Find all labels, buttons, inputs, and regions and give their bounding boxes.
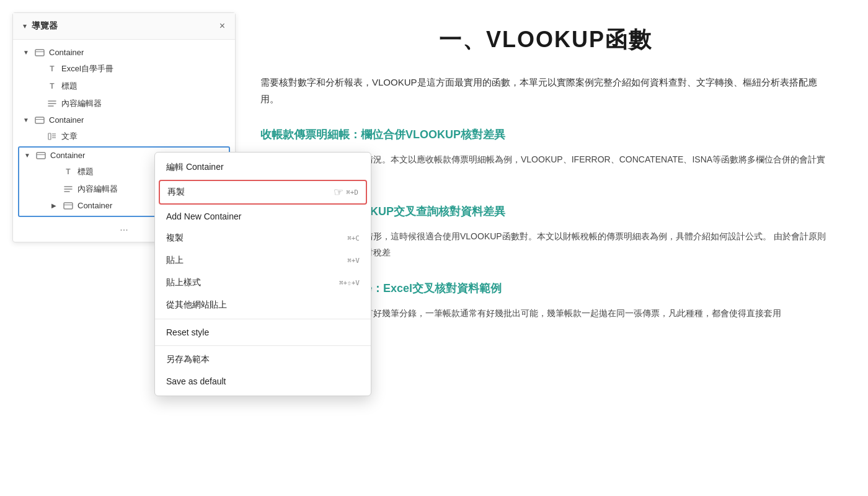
tree-item-container-2[interactable]: ▼ Container [13, 112, 235, 128]
menu-label-save-default: Save as default [166, 376, 226, 386]
svg-rect-7 [48, 133, 51, 140]
menu-label-add-new-container: Add New Container [166, 211, 241, 221]
tree-label-container-1: Container [49, 48, 84, 57]
context-menu: 編輯 Container 再製 ☞ ⌘+D Add New Container … [154, 152, 371, 396]
sidebar-close-button[interactable]: × [219, 21, 225, 31]
svg-rect-11 [37, 153, 45, 159]
text-icon-1: T [46, 64, 58, 73]
tree-item-editor-1[interactable]: ▶ 內容編輯器 [13, 95, 235, 112]
tree-label-heading-1: 標題 [61, 81, 78, 92]
menu-item-add-new-container[interactable]: Add New Container [155, 206, 371, 227]
intro-text: 需要核對數字和分析報表，VLOOKUP是這方面最實用的函數，本單元以實際案例完整… [260, 74, 831, 107]
menu-label-edit-container: 編輯 Container [166, 162, 224, 173]
menu-item-edit-container[interactable]: 編輯 Container [155, 156, 371, 179]
section-title-1: 收帳款傳票明細帳：欄位合併VLOOKUP核對差異 [260, 126, 831, 144]
tree-label-editor-1: 內容編輯器 [61, 98, 102, 109]
menu-divider-1 [155, 319, 371, 319]
shortcut-text-duplicate: ⌘+D [346, 188, 358, 197]
menu-item-paste-other[interactable]: 從其他網站貼上 [155, 294, 371, 316]
tree-label-container-2: Container [49, 115, 84, 125]
menu-label-duplicate: 再製 [167, 187, 185, 198]
article-icon [46, 133, 58, 140]
tree-arrow-child: ▶ [51, 202, 59, 209]
editor-icon-1 [46, 100, 58, 107]
tree-label-article: 文章 [61, 131, 78, 142]
menu-shortcut-paste: ⌘+V [347, 257, 360, 265]
svg-rect-16 [64, 203, 73, 209]
menu-item-paste-style[interactable]: 貼上樣式 ⌘+⇧+V [155, 272, 371, 294]
container-icon-child [63, 202, 74, 210]
sidebar-dropdown-icon[interactable]: ▾ [23, 22, 27, 30]
menu-shortcut-duplicate: ☞ ⌘+D [330, 185, 358, 199]
tree-item-container-1[interactable]: ▼ Container [13, 45, 235, 60]
menu-item-reset-style[interactable]: Reset style [155, 322, 371, 343]
sidebar-header: ▾ 導覽器 × [13, 13, 235, 40]
container-icon-selected [35, 152, 46, 159]
sidebar-title: 導覽器 [32, 20, 58, 32]
cursor-hand-icon: ☞ [334, 185, 343, 199]
tree-item-article[interactable]: ▶ 文章 [13, 128, 235, 145]
tree-arrow-1: ▼ [23, 49, 30, 56]
menu-divider-2 [155, 345, 371, 346]
container-icon-2 [34, 117, 45, 124]
menu-label-paste-other: 從其他網站貼上 [166, 299, 227, 311]
svg-rect-5 [35, 117, 44, 123]
selected-container-arrow: ▼ [24, 152, 32, 159]
sidebar-header-left: ▾ 導覽器 [23, 20, 58, 32]
menu-label-reset-style: Reset style [166, 327, 209, 337]
menu-item-save-template[interactable]: 另存為範本 [155, 348, 371, 371]
editor-icon-2 [63, 185, 74, 193]
menu-label-paste: 貼上 [166, 255, 184, 266]
tree-label-heading-2: 標題 [78, 166, 94, 177]
svg-rect-0 [35, 50, 44, 56]
menu-shortcut-paste-style: ⌘+⇧+V [339, 279, 360, 287]
menu-label-copy: 複製 [166, 232, 184, 244]
menu-shortcut-copy: ⌘+C [347, 234, 360, 242]
container-icon-1 [34, 49, 45, 56]
text-icon-2: T [46, 82, 58, 91]
menu-label-save-template: 另存為範本 [166, 354, 210, 365]
tree-arrow-2: ▼ [23, 117, 30, 123]
tree-label-container-child: Container [78, 201, 112, 210]
tree-label-excel: Excel自學手冊 [61, 63, 113, 74]
tree-label-selected-container: Container [50, 151, 85, 160]
menu-item-duplicate[interactable]: 再製 ☞ ⌘+D [159, 180, 367, 205]
tree-label-editor-2: 內容編輯器 [78, 184, 118, 195]
page-title: 一、VLOOKUP函數 [260, 25, 831, 55]
tree-item-excel[interactable]: ▶ T Excel自學手冊 [13, 60, 235, 78]
menu-item-save-default[interactable]: Save as default [155, 371, 371, 392]
menu-label-paste-style: 貼上樣式 [166, 277, 201, 288]
menu-item-paste[interactable]: 貼上 ⌘+V [155, 249, 371, 272]
text-icon-3: T [63, 167, 74, 176]
tree-item-heading-1[interactable]: ▶ T 標題 [13, 78, 235, 95]
menu-item-copy[interactable]: 複製 ⌘+C [155, 227, 371, 249]
